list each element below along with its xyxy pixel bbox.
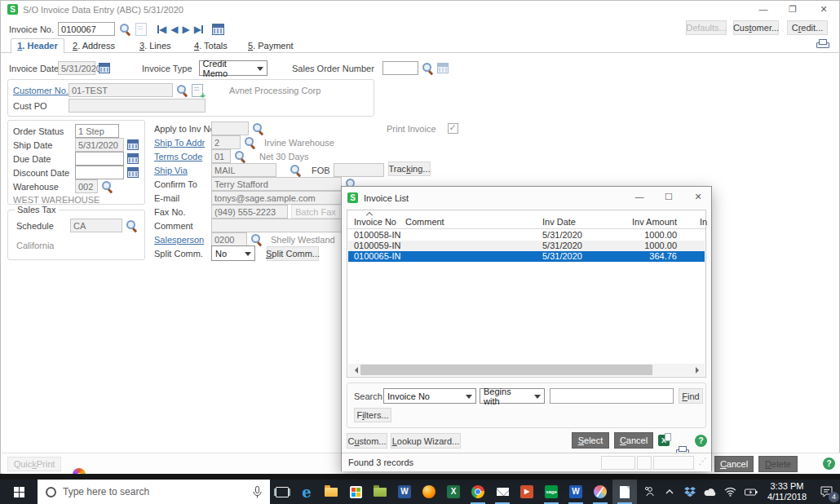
ship-to-lookup-icon[interactable] <box>244 136 256 148</box>
search-operator-select[interactable]: Begins with <box>480 388 545 404</box>
split-comm-button[interactable]: Split Comm... <box>267 246 319 261</box>
taskbar-icon-word[interactable]: W <box>392 480 417 504</box>
dialog-cancel-button[interactable]: Cancel <box>614 432 653 449</box>
window-close-button[interactable]: ✕ <box>813 2 834 15</box>
warehouse-lookup-icon[interactable] <box>101 180 113 192</box>
lookup-wizard-button[interactable]: Lookup Wizard... <box>391 433 461 449</box>
confirm-to-field[interactable]: Terry Stafford <box>211 177 342 191</box>
window-minimize-button[interactable]: — <box>753 2 774 15</box>
ship-via-field[interactable]: MAIL <box>211 163 276 177</box>
taskbar-icon-word-document[interactable]: W <box>564 480 588 504</box>
taskbar-icon-green-folder[interactable] <box>368 480 392 504</box>
salesperson-link[interactable]: Salesperson <box>154 235 208 245</box>
people-icon[interactable] <box>642 480 657 504</box>
taskbar-icon-edge[interactable]: e <box>294 480 319 504</box>
credit-button[interactable]: Credit... <box>787 20 828 35</box>
hidden-icons-chevron-icon[interactable] <box>662 480 677 504</box>
nav-first-icon[interactable]: ◀ <box>157 24 166 35</box>
battery-icon[interactable] <box>744 480 758 504</box>
taskbar-icon-sage[interactable]: sage <box>539 480 564 504</box>
taskbar-icon-store[interactable] <box>343 480 368 504</box>
quick-print-button[interactable]: Quick Print <box>7 457 61 471</box>
ship-via-link[interactable]: Ship Via <box>154 166 208 175</box>
table-hscrollbar[interactable] <box>348 364 705 376</box>
ship-date-field[interactable]: 5/31/2020 <box>75 138 124 152</box>
custom-button[interactable]: Custom... <box>347 433 387 449</box>
microphone-icon[interactable] <box>253 486 262 498</box>
taskbar-icon-excel[interactable]: X <box>441 480 466 504</box>
ship-to-addr-link[interactable]: Ship To Addr <box>154 138 208 148</box>
taskbar-icon-notepad-document[interactable] <box>612 480 637 504</box>
col-comment[interactable]: Comment <box>405 217 444 227</box>
customer-no-link[interactable]: Customer No. <box>13 86 65 95</box>
terms-code-link[interactable]: Terms Code <box>154 152 208 161</box>
scroll-left-arrow-icon[interactable] <box>348 367 360 374</box>
invoice-date-calendar-icon[interactable] <box>99 63 110 73</box>
list-view-icon[interactable] <box>212 24 224 35</box>
customer-lookup-icon[interactable] <box>176 84 188 96</box>
print-invoice-checkbox[interactable] <box>448 123 458 134</box>
taskbar-icon-firefox[interactable] <box>417 480 441 504</box>
taskbar-icon-mail[interactable] <box>490 480 515 504</box>
taskbar-icon-media-player[interactable]: ▶ <box>515 480 539 504</box>
ship-via-lookup-icon[interactable] <box>290 164 302 176</box>
nav-previous-icon[interactable]: ◀ <box>170 24 178 35</box>
terms-lookup-icon[interactable] <box>234 150 246 162</box>
dialog-close-button[interactable]: ✕ <box>687 190 709 203</box>
ship-to-field[interactable]: 2 <box>211 135 241 149</box>
paperless-printer-icon[interactable] <box>816 39 829 50</box>
start-button[interactable] <box>0 480 38 504</box>
taskbar-icon-file-explorer[interactable] <box>319 480 343 504</box>
action-center-button[interactable]: 4 <box>816 480 837 504</box>
taskbar-icon-chrome[interactable] <box>466 480 490 504</box>
taskbar-clock[interactable]: 3:33 PM 4/11/2018 <box>764 481 810 502</box>
tab-lines[interactable]: 3. Lines <box>139 41 171 51</box>
tab-payment[interactable]: 5. Payment <box>248 41 294 51</box>
due-date-field[interactable] <box>75 152 124 166</box>
tracking-button[interactable]: Tracking... <box>388 161 431 176</box>
col-in[interactable]: In <box>700 217 707 227</box>
tab-totals[interactable]: 4. Totals <box>194 41 228 51</box>
select-button[interactable]: Select <box>572 432 609 449</box>
discount-date-calendar-icon[interactable] <box>127 167 139 178</box>
export-excel-icon[interactable]: X <box>658 435 670 446</box>
dialog-maximize-button[interactable]: ☐ <box>658 190 679 203</box>
salesperson-lookup-icon[interactable] <box>250 233 263 245</box>
window-maximize-button[interactable]: ❐ <box>782 2 803 15</box>
dialog-minimize-button[interactable]: — <box>629 190 650 203</box>
filters-button[interactable]: Filters... <box>354 408 391 422</box>
nav-last-icon[interactable]: ▶ <box>194 24 203 35</box>
defaults-button[interactable]: Defaults... <box>686 20 727 35</box>
nav-next-icon[interactable]: ▶ <box>183 24 190 35</box>
search-field-select[interactable]: Invoice No <box>383 388 476 404</box>
main-delete-button[interactable]: Delete <box>758 456 798 472</box>
customer-no-field[interactable]: 01-TEST <box>69 83 173 97</box>
warehouse-field[interactable]: 002 <box>75 179 98 193</box>
invoice-date-field[interactable]: 5/31/2020 <box>58 61 95 75</box>
search-value-input[interactable] <box>550 388 674 404</box>
scroll-right-arrow-icon[interactable] <box>692 367 705 374</box>
table-row[interactable]: 0100058-IN 5/31/2020 1000.00 <box>348 230 705 241</box>
task-view-button[interactable] <box>270 480 294 504</box>
terms-code-field[interactable]: 01 <box>211 149 231 163</box>
split-comm-select[interactable]: No <box>211 245 255 261</box>
sales-order-lookup-icon[interactable] <box>422 62 434 74</box>
ship-date-calendar-icon[interactable] <box>127 139 139 150</box>
wifi-icon[interactable] <box>723 480 738 504</box>
fax-no-field[interactable]: (949) 555-2223 <box>211 205 288 219</box>
schedule-field[interactable]: CA <box>70 219 122 232</box>
email-field[interactable]: tonys@sage.sample.com <box>211 191 342 205</box>
resize-grip[interactable]: ⋰ <box>699 457 706 466</box>
apply-to-inv-field[interactable] <box>211 122 249 135</box>
col-invoice-no[interactable]: Invoice No <box>354 217 396 227</box>
col-inv-date[interactable]: Inv Date <box>542 217 576 227</box>
onedrive-cloud-icon[interactable] <box>703 480 718 504</box>
customer-button[interactable]: Customer... <box>733 20 779 35</box>
memo-icon[interactable] <box>135 23 147 36</box>
customer-add-icon[interactable] <box>192 84 203 97</box>
col-inv-amount[interactable]: Inv Amount <box>596 217 677 227</box>
main-help-icon[interactable]: ? <box>823 458 835 470</box>
discount-date-field[interactable] <box>75 166 124 179</box>
scroll-thumb[interactable] <box>360 365 652 375</box>
batch-fax-button[interactable]: Batch Fax <box>291 205 340 219</box>
